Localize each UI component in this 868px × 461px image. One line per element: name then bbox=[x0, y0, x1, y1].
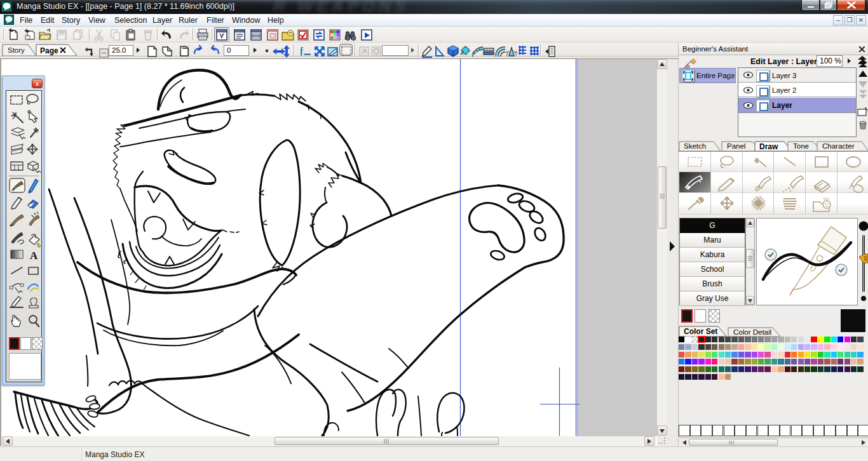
svg-text:Tone: Tone bbox=[793, 142, 809, 150]
svg-text:Story: Story bbox=[8, 46, 25, 54]
svg-text:Draw: Draw bbox=[759, 142, 778, 151]
svg-text:Color Detail: Color Detail bbox=[733, 328, 771, 336]
svg-text:Panel: Panel bbox=[727, 142, 745, 150]
svg-text:Sketch: Sketch bbox=[684, 142, 706, 150]
svg-text:Character: Character bbox=[822, 142, 855, 150]
svg-text:A: A bbox=[30, 250, 38, 262]
svg-text:Page: Page bbox=[40, 46, 58, 55]
svg-text:Color Set: Color Set bbox=[684, 327, 717, 336]
